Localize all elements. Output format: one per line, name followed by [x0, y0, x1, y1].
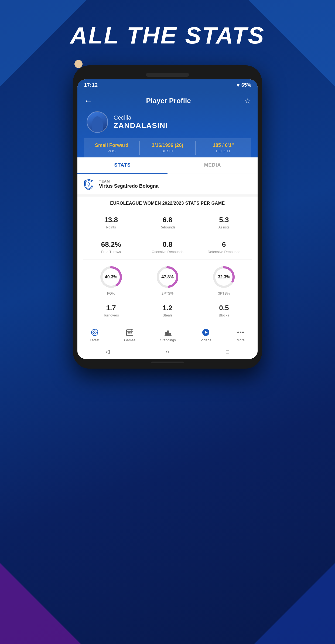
latest-label: Latest: [90, 338, 99, 342]
rebounds-label: Rebounds: [140, 225, 194, 229]
team-logo: [83, 178, 95, 190]
player-first-name: Cecilia: [114, 114, 168, 121]
position-label: POS: [108, 149, 116, 153]
phone-notch-area: [77, 73, 258, 77]
stat-blocks: 0.5 Blocks: [196, 302, 252, 319]
svg-rect-22: [167, 331, 169, 336]
videos-icon: [201, 328, 210, 337]
height-label: HEIGHT: [216, 149, 231, 153]
svg-point-29: [242, 332, 244, 333]
turnovers-label: Turnovers: [84, 313, 138, 317]
main-stats-row: 13.8 Points 6.8 Rebounds 5.3 Assists: [83, 210, 252, 235]
favorite-button[interactable]: ☆: [244, 96, 251, 105]
phone-notch: [146, 73, 189, 77]
back-button[interactable]: ←: [84, 96, 93, 106]
battery-text: 65%: [241, 82, 251, 88]
games-label: Games: [124, 338, 135, 342]
svg-rect-19: [129, 332, 131, 333]
svg-marker-0: [88, 182, 90, 186]
circular-3pts: 32.3% 3PTS%: [196, 265, 252, 295]
nav-more[interactable]: More: [236, 328, 245, 342]
player-name-block: Cecilia ZANDALASINI: [114, 114, 168, 130]
team-name: Virtus Segafredo Bologna: [99, 183, 159, 189]
android-home-button[interactable]: ○: [163, 348, 172, 356]
birth-value: 3/16/1996 (26): [152, 143, 183, 148]
stat-free-throws: 68.2% Free Throws: [83, 239, 139, 255]
2pts-label: 2PTS%: [162, 291, 173, 295]
3pts-label: 3PTS%: [218, 291, 230, 295]
android-back-button[interactable]: ◁: [103, 348, 111, 356]
blocks-value: 0.5: [197, 304, 251, 312]
bottom-nav: Latest Games: [77, 325, 258, 344]
rebounds-value: 6.8: [140, 216, 194, 224]
stat-assists: 5.3 Assists: [196, 214, 252, 231]
free-throws-value: 68.2%: [84, 240, 138, 249]
phone-screen: 17:12 ▾ 65% ← Player Profile ☆: [77, 79, 258, 359]
status-bar: 17:12 ▾ 65%: [77, 79, 258, 91]
steals-value: 1.2: [140, 304, 194, 312]
circular-2pts: 47.8% 2PTS%: [139, 265, 196, 295]
nav-games[interactable]: Games: [124, 328, 135, 342]
avatar-figure: [92, 116, 103, 133]
phone-bottom: [77, 362, 258, 363]
assists-label: Assists: [197, 225, 251, 229]
svg-rect-21: [165, 332, 167, 336]
assists-value: 5.3: [197, 216, 251, 224]
content-area: TEAM Virtus Segafredo Bologna EUROLEAGUE…: [77, 174, 258, 325]
android-nav-bar: ◁ ○ □: [77, 344, 258, 359]
android-recent-button[interactable]: □: [224, 348, 232, 356]
games-icon: [125, 328, 134, 337]
svg-point-28: [240, 332, 241, 333]
videos-label: Videos: [201, 338, 211, 342]
app-header: ← Player Profile ☆ Cecilia ZANDALASINI: [77, 91, 258, 157]
nav-latest[interactable]: Latest: [90, 328, 99, 342]
svg-point-27: [237, 332, 239, 333]
stat-steals: 1.2 Steals: [139, 302, 196, 319]
team-info: TEAM Virtus Segafredo Bologna: [99, 179, 159, 189]
nav-standings[interactable]: Standings: [160, 328, 176, 342]
svg-rect-18: [128, 332, 129, 333]
circle-fg-container: 40.3%: [99, 265, 123, 289]
circular-fg: 40.3% FG%: [83, 265, 139, 295]
tabs-bar: STATS MEDIA: [77, 157, 258, 174]
detail-height: 185 / 6'1" HEIGHT: [196, 141, 251, 155]
stats-section: EUROLEAGUE WOMEN 2022/2023 STATS PER GAM…: [77, 197, 258, 325]
player-details: Small Forward POS 3/16/1996 (26) BIRTH 1…: [84, 138, 251, 157]
wifi-icon: ▾: [237, 82, 239, 88]
page-title: ALL THE STATS: [70, 22, 265, 49]
fg-label: FG%: [107, 291, 115, 295]
standings-label: Standings: [160, 338, 176, 342]
status-time: 17:12: [84, 82, 98, 88]
detail-birth: 3/16/1996 (26) BIRTH: [140, 141, 196, 155]
3pts-percent-text: 32.3%: [218, 275, 230, 279]
off-rebounds-label: Offensive Rebounds: [140, 250, 194, 254]
player-info: Cecilia ZANDALASINI: [84, 111, 251, 138]
blocks-label: Blocks: [197, 313, 251, 317]
status-right: ▾ 65%: [237, 82, 251, 88]
phone-shell: 17:12 ▾ 65% ← Player Profile ☆: [73, 65, 262, 369]
off-rebounds-value: 0.8: [140, 240, 194, 249]
stat-def-rebounds: 6 Defensive Rebounds: [196, 239, 252, 255]
def-rebounds-value: 6: [197, 240, 251, 249]
tab-stats[interactable]: STATS: [77, 157, 167, 174]
svg-rect-20: [131, 332, 132, 333]
team-label: TEAM: [99, 179, 159, 183]
position-value: Small Forward: [95, 143, 128, 148]
free-throws-label: Free Throws: [84, 250, 138, 254]
turnovers-value: 1.7: [84, 304, 138, 312]
circle-3pts-container: 32.3%: [212, 265, 236, 289]
tertiary-stats-row: 1.7 Turnovers 1.2 Steals 0.5 Blocks: [83, 298, 252, 321]
svg-rect-23: [169, 333, 171, 336]
nav-videos[interactable]: Videos: [201, 328, 211, 342]
points-label: Points: [84, 225, 138, 229]
team-section: TEAM Virtus Segafredo Bologna: [77, 174, 258, 194]
tab-media[interactable]: MEDIA: [167, 157, 258, 174]
header-nav: ← Player Profile ☆: [84, 96, 251, 106]
more-icon: [236, 328, 245, 337]
def-rebounds-label: Defensive Rebounds: [197, 250, 251, 254]
steals-label: Steals: [140, 313, 194, 317]
stats-title: EUROLEAGUE WOMEN 2022/2023 STATS PER GAM…: [83, 201, 252, 206]
secondary-stats-row: 68.2% Free Throws 0.8 Offensive Rebounds…: [83, 235, 252, 259]
header-title: Player Profile: [146, 97, 191, 105]
height-value: 185 / 6'1": [213, 143, 234, 148]
